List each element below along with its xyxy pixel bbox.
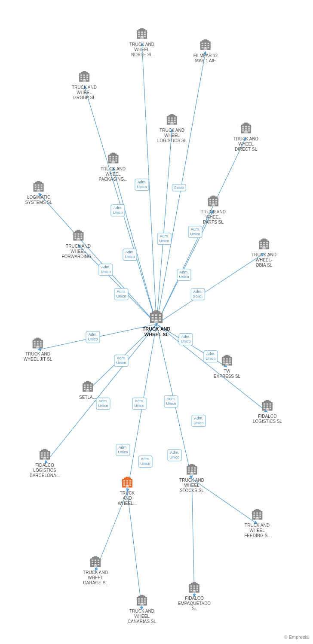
node-fidalco_emp[interactable]: FIDALCO EMPAQUETADO SL	[178, 582, 211, 612]
svg-rect-270	[129, 485, 131, 486]
svg-rect-140	[212, 201, 214, 203]
building-icon-direct	[240, 122, 252, 137]
svg-rect-267	[129, 483, 131, 484]
badge-0: Adm. Unico	[135, 179, 149, 191]
svg-rect-91	[170, 114, 174, 116]
svg-rect-60	[208, 47, 209, 49]
svg-rect-306	[144, 598, 146, 600]
node-label-feeding: TRUCK AND WHEEL FEEDING SL	[244, 523, 270, 538]
node-jit[interactable]: TRUCK AND WHEEL JIT SL	[24, 337, 52, 363]
building-icon-packaging	[107, 152, 119, 167]
node-norte[interactable]: TRUCK AND WHEEL NORTE SL	[129, 28, 154, 58]
node-parts[interactable]: TRUCK AND WHEEL PARTS SL	[201, 195, 226, 226]
node-label-logimatic: LOGIMATIC SYSTEMS SL	[25, 195, 52, 205]
svg-rect-196	[226, 361, 228, 362]
svg-rect-294	[95, 562, 96, 563]
svg-rect-168	[263, 244, 265, 246]
svg-rect-307	[138, 601, 140, 602]
diagram-container: TRUCK AND WHEEL SL TRUCK AND WHEEL NORTE…	[0, 0, 313, 644]
node-label-parts: TRUCK AND WHEEL PARTS SL	[201, 210, 226, 225]
svg-rect-147	[212, 196, 215, 197]
node-forwarding[interactable]: TRUCK AND WHEEL FORWARDING...	[61, 230, 95, 260]
node-group[interactable]: TRUCK AND WHEEL GROUP SL	[72, 71, 97, 101]
node-taw_orange[interactable]: TRUCK AND WHEEL...	[118, 477, 137, 507]
svg-rect-240	[41, 457, 43, 458]
building-icon-group	[78, 71, 90, 85]
svg-rect-207	[87, 385, 89, 386]
svg-line-7	[39, 193, 156, 324]
svg-rect-43	[144, 34, 146, 35]
node-packaging[interactable]: TRUCK AND WHEEL PACKAGING...	[98, 152, 127, 183]
svg-rect-239	[47, 455, 49, 456]
svg-rect-209	[84, 387, 86, 388]
node-logistics[interactable]: TRUCK AND WHEEL LOGISTICS SL	[157, 114, 187, 144]
node-setla[interactable]: SETLA...	[79, 381, 96, 401]
node-filmpar[interactable]: FILMPAR 12 MAS 1 AIE	[193, 39, 218, 64]
node-fidalco_log[interactable]: FIDALCO LOGISTICS SL	[253, 400, 282, 425]
svg-rect-296	[92, 564, 93, 565]
svg-rect-245	[43, 449, 46, 451]
svg-rect-298	[98, 564, 99, 565]
svg-rect-96	[248, 126, 250, 128]
svg-rect-201	[225, 363, 229, 366]
node-direct[interactable]: TRUCK AND WHEEL DIRECT SL	[233, 122, 258, 153]
node-canarias[interactable]: TRUCK AND WHEEL CANARIAS SL	[128, 595, 156, 625]
badge-1: Socio	[172, 184, 186, 191]
node-stocks[interactable]: TRUCK AND WHEEL STOCKS SL	[179, 464, 204, 494]
node-obia[interactable]: TRUCK AND WHEEL- OBIA SL	[252, 238, 276, 269]
svg-rect-285	[255, 517, 259, 520]
svg-rect-75	[83, 79, 86, 82]
node-main[interactable]: TRUCK AND WHEEL SL	[143, 310, 171, 338]
svg-rect-53	[205, 43, 206, 44]
svg-rect-326	[196, 590, 198, 591]
svg-rect-312	[144, 603, 146, 604]
svg-rect-49	[140, 28, 144, 30]
building-icon-setla	[82, 381, 94, 395]
svg-rect-212	[84, 389, 86, 390]
svg-rect-145	[212, 204, 215, 207]
svg-rect-250	[194, 468, 196, 469]
svg-rect-293	[92, 562, 93, 563]
svg-rect-195	[223, 361, 225, 362]
building-icon-logimatic	[33, 181, 45, 195]
svg-rect-32	[159, 319, 161, 321]
svg-rect-305	[141, 598, 143, 600]
building-icon-forwarding	[72, 230, 84, 244]
node-feeding[interactable]: TRUCK AND WHEEL FEEDING SL	[244, 509, 270, 539]
svg-rect-271	[126, 485, 129, 488]
svg-rect-206	[84, 385, 86, 386]
svg-rect-164	[260, 242, 262, 243]
svg-rect-30	[152, 319, 154, 321]
svg-rect-210	[87, 387, 89, 388]
svg-rect-197	[229, 361, 231, 362]
svg-rect-273	[126, 477, 129, 479]
svg-rect-278	[259, 513, 261, 514]
svg-rect-95	[245, 126, 247, 128]
svg-rect-214	[90, 389, 92, 390]
svg-rect-175	[262, 239, 266, 240]
svg-rect-228	[270, 408, 271, 409]
svg-rect-63	[204, 39, 207, 41]
node-garage[interactable]: TRUCK AND WHEEL GARAGE SL	[83, 556, 108, 586]
svg-rect-304	[138, 598, 140, 600]
node-label-packaging: TRUCK AND WHEEL PACKAGING...	[98, 167, 127, 182]
svg-rect-313	[140, 603, 144, 606]
svg-rect-144	[215, 204, 217, 205]
svg-rect-315	[140, 595, 144, 597]
svg-rect-277	[256, 513, 258, 514]
badge-7: Adm. Unico	[188, 226, 202, 238]
svg-rect-254	[188, 472, 190, 473]
svg-rect-193	[226, 358, 228, 360]
building-icon-logistics	[166, 114, 178, 128]
svg-rect-318	[190, 586, 192, 587]
node-logimatic[interactable]: LOGIMATIC SYSTEMS SL	[25, 181, 52, 206]
svg-rect-198	[223, 363, 225, 364]
svg-rect-122	[35, 185, 37, 186]
badge-12: Adm. Unico	[203, 350, 218, 362]
svg-rect-208	[90, 385, 92, 386]
badge-9: Adm. Solid.	[191, 288, 205, 300]
svg-rect-257	[190, 472, 193, 475]
svg-rect-82	[174, 118, 176, 119]
node-fidalco_bcn[interactable]: FIDALCO LOGISTICS BARCELONA...	[30, 449, 60, 479]
svg-rect-158	[80, 238, 82, 239]
